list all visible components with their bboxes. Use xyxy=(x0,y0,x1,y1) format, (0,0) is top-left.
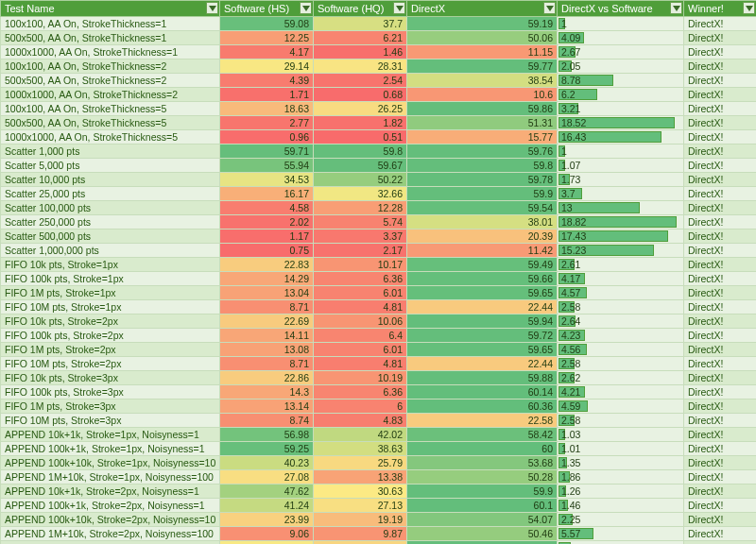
winner-cell: DirectX! xyxy=(684,456,757,470)
test-name-cell: 100x100, AA On, StrokeThickness=2 xyxy=(1,60,220,74)
data-cell: 1.82 xyxy=(314,116,407,130)
winner-cell: DirectX! xyxy=(684,244,757,258)
table-row: 100x100, AA On, StrokeThickness=229.1428… xyxy=(1,60,757,74)
test-name-cell: 500x500, AA On, StrokeThickness=2 xyxy=(1,74,220,88)
data-cell: 8.71 xyxy=(220,300,314,314)
winner-cell: DirectX! xyxy=(684,45,757,60)
data-cell: 12.28 xyxy=(314,201,407,215)
data-cell: 12.25 xyxy=(220,31,314,45)
table-row: FIFO 10M pts, Stroke=2px8.714.8122.442.5… xyxy=(1,357,757,371)
table-row: APPEND 100k+10k, Stroke=2px, Noisyness=1… xyxy=(1,513,757,527)
winner-cell: DirectX! xyxy=(684,499,757,513)
table-row: APPEND 10k+1k, Stroke=1px, Noisyness=156… xyxy=(1,428,757,442)
data-cell: 59.08 xyxy=(220,17,314,31)
col-test-name[interactable]: Test Name xyxy=(1,1,220,17)
data-cell: 10.6 xyxy=(407,88,558,102)
data-cell: 2.25 xyxy=(558,513,684,527)
table-row: 1000x1000, AA On, StrokeThickness=14.171… xyxy=(1,45,757,60)
data-cell: 2.64 xyxy=(558,314,684,329)
test-name-cell: 1000x1000, AA On, StrokeThickness=5 xyxy=(1,130,220,144)
filter-dropdown-icon[interactable] xyxy=(206,2,218,14)
col-winner[interactable]: Winner! xyxy=(684,1,757,17)
table-row: FIFO 1M pts, Stroke=1px13.046.0159.654.5… xyxy=(1,286,757,300)
test-name-cell: APPEND 10k+1k, Stroke=2px, Noisyness=1 xyxy=(1,484,220,499)
test-name-cell: FIFO 1M pts, Stroke=1px xyxy=(1,286,220,300)
winner-cell: DirectX! xyxy=(684,230,757,244)
test-name-cell: FIFO 100k pts, Stroke=2px xyxy=(1,329,220,343)
table-row: FIFO 10M pts, Stroke=3px8.744.8322.582.5… xyxy=(1,414,757,428)
data-cell: 60.36 xyxy=(407,400,558,414)
test-name-cell: Scatter 25,000 pts xyxy=(1,187,220,201)
data-cell: 5.57 xyxy=(558,527,684,541)
filter-dropdown-icon[interactable] xyxy=(670,2,682,14)
data-cell: 13.08 xyxy=(220,343,314,357)
test-name-cell: FIFO 100k pts, Stroke=3px xyxy=(1,385,220,400)
data-cell: 55.94 xyxy=(220,159,314,173)
winner-cell: DirectX! xyxy=(684,527,757,541)
table-row: FIFO 100k pts, Stroke=3px14.36.3660.144.… xyxy=(1,385,757,400)
data-cell: 2.62 xyxy=(558,371,684,385)
data-cell: 59.76 xyxy=(407,144,558,159)
data-cell: 13.38 xyxy=(314,470,407,484)
test-name-cell: APPEND 10k+1k, Stroke=5px, Noisyness=1 xyxy=(1,541,220,545)
table-row: Scatter 10,000 pts34.5350.2259.781.73Dir… xyxy=(1,173,757,187)
winner-cell: DirectX! xyxy=(684,74,757,88)
data-cell: 26.25 xyxy=(314,102,407,116)
data-cell: 9.87 xyxy=(314,527,407,541)
data-cell: 54.07 xyxy=(407,513,558,527)
filter-dropdown-icon[interactable] xyxy=(300,2,312,14)
winner-cell: DirectX! xyxy=(684,159,757,173)
data-cell: 1 xyxy=(558,17,684,31)
data-cell: 59.94 xyxy=(407,314,558,329)
data-cell: 19.19 xyxy=(314,513,407,527)
data-cell: 2.61 xyxy=(558,258,684,272)
test-name-cell: 1000x1000, AA On, StrokeThickness=1 xyxy=(1,45,220,60)
data-cell: 5.74 xyxy=(314,215,407,230)
data-cell: 25.79 xyxy=(314,456,407,470)
data-cell: 60 xyxy=(407,442,558,456)
winner-cell: DirectX! xyxy=(684,541,757,545)
test-name-cell: Scatter 5,000 pts xyxy=(1,159,220,173)
data-cell: 50.06 xyxy=(407,31,558,45)
data-cell: 59.72 xyxy=(407,329,558,343)
test-name-cell: APPEND 100k+1k, Stroke=2px, Noisyness=1 xyxy=(1,499,220,513)
winner-cell: DirectX! xyxy=(684,215,757,230)
col-ratio[interactable]: DirectX vs Software xyxy=(558,1,684,17)
filter-dropdown-icon[interactable] xyxy=(743,2,755,14)
data-cell: 59.86 xyxy=(407,102,558,116)
data-cell: 29.14 xyxy=(220,60,314,74)
col-software-hq[interactable]: Software (HQ) xyxy=(314,1,407,17)
data-cell: 4.56 xyxy=(558,343,684,357)
data-cell: 28.31 xyxy=(314,60,407,74)
data-cell: 4.39 xyxy=(220,74,314,88)
data-cell: 0.75 xyxy=(220,244,314,258)
test-name-cell: FIFO 10M pts, Stroke=3px xyxy=(1,414,220,428)
data-cell: 23.99 xyxy=(220,513,314,527)
data-cell: 4.59 xyxy=(558,400,684,414)
table-row: Scatter 1,000,000 pts0.752.1711.4215.23D… xyxy=(1,244,757,258)
table-row: APPEND 1M+10k, Stroke=1px, Noisyness=100… xyxy=(1,470,757,484)
table-row: 500x500, AA On, StrokeThickness=24.392.5… xyxy=(1,74,757,88)
data-cell: 0.96 xyxy=(220,130,314,144)
col-directx[interactable]: DirectX xyxy=(407,1,558,17)
data-cell: 4.21 xyxy=(558,385,684,400)
data-cell: 18.52 xyxy=(558,116,684,130)
data-cell: 27.08 xyxy=(220,470,314,484)
test-name-cell: FIFO 1M pts, Stroke=2px xyxy=(1,343,220,357)
data-cell: 38.63 xyxy=(314,442,407,456)
data-cell: 4.58 xyxy=(220,201,314,215)
data-cell: 22.44 xyxy=(407,357,558,371)
filter-dropdown-icon[interactable] xyxy=(543,2,556,14)
data-cell: 1.03 xyxy=(558,428,684,442)
data-cell: 11.42 xyxy=(407,244,558,258)
data-cell: 2.67 xyxy=(558,45,684,60)
data-cell: 8.78 xyxy=(558,74,684,88)
col-software-hs[interactable]: Software (HS) xyxy=(220,1,314,17)
data-cell: 56.98 xyxy=(220,428,314,442)
table-row: APPEND 10k+1k, Stroke=2px, Noisyness=147… xyxy=(1,484,757,499)
data-cell: 3.21 xyxy=(558,102,684,116)
data-cell: 2.54 xyxy=(314,74,407,88)
data-cell: 14.3 xyxy=(220,385,314,400)
data-cell: 59.8 xyxy=(407,159,558,173)
filter-dropdown-icon[interactable] xyxy=(393,2,405,14)
